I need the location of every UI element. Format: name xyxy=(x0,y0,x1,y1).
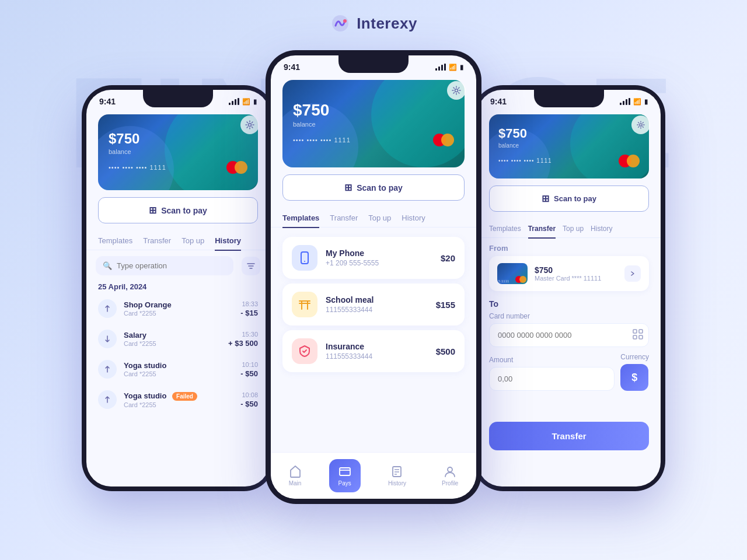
transaction-right: 18:33 - $15 xyxy=(240,300,258,317)
card-scan-button[interactable] xyxy=(633,329,643,342)
transaction-right: 10:08 - $50 xyxy=(240,391,258,408)
from-card-badge: 5.1111 xyxy=(498,279,509,283)
transaction-amount: - $15 xyxy=(240,309,258,317)
transaction-info: Salary Card *2255 xyxy=(124,331,221,347)
transaction-name: Shop Orange xyxy=(124,300,233,309)
filter-icon xyxy=(246,261,256,271)
transaction-icon-in xyxy=(98,330,117,348)
filter-button[interactable] xyxy=(242,257,260,275)
left-scan-label: Scan to pay xyxy=(161,206,207,215)
search-input[interactable] xyxy=(117,261,226,270)
right-notch xyxy=(534,90,604,107)
nav-item-main[interactable]: Main xyxy=(281,460,310,491)
right-status-icons: 📶 ▮ xyxy=(620,98,648,106)
signal-bar-2 xyxy=(232,101,233,105)
center-tab-history[interactable]: History xyxy=(402,209,425,228)
transaction-info: Yoga studio Failed Card *2255 xyxy=(124,391,233,408)
transaction-right: 15:30 + $3 500 xyxy=(228,331,258,348)
card-number-input[interactable] xyxy=(489,323,649,347)
center-scan-to-pay-button[interactable]: ⊞ Scan to pay xyxy=(282,174,465,201)
list-item[interactable]: School meal 111555333444 $155 xyxy=(282,284,465,326)
left-tab-history[interactable]: History xyxy=(215,232,241,251)
template-info: My Phone +1 209 555-5555 xyxy=(326,249,432,267)
right-tab-history[interactable]: History xyxy=(591,220,612,239)
transfer-form: From 5.1111 $750 Master Card **** 11111 xyxy=(477,244,661,454)
template-number: 111555333444 xyxy=(326,352,428,360)
svg-point-16 xyxy=(640,124,642,126)
center-qr-icon: ⊞ xyxy=(344,182,352,193)
mc-orange-circle xyxy=(235,161,247,174)
left-tab-topup[interactable]: Top up xyxy=(181,232,204,251)
phone-center: 9:41 📶 ▮ $750 balance xyxy=(266,50,481,504)
center-tab-topup[interactable]: Top up xyxy=(368,209,391,228)
table-row: Shop Orange Card *2255 18:33 - $15 xyxy=(86,293,270,324)
transaction-card: Card *2255 xyxy=(124,340,221,347)
transfer-button[interactable]: Transfer xyxy=(489,422,649,450)
amount-row: Amount Currency $ xyxy=(489,353,649,391)
center-tab-templates[interactable]: Templates xyxy=(282,209,319,228)
nav-item-history[interactable]: History xyxy=(380,460,414,491)
right-status-time: 9:41 xyxy=(490,97,507,106)
right-tab-transfer[interactable]: Transfer xyxy=(528,220,556,239)
svg-rect-19 xyxy=(633,335,637,339)
from-card-amount: $750 xyxy=(535,265,617,275)
svg-point-1 xyxy=(343,19,347,23)
right-tab-topup[interactable]: Top up xyxy=(563,220,584,239)
card-scan-icon xyxy=(633,329,643,340)
center-tab-transfer[interactable]: Transfer xyxy=(330,209,358,228)
signal-bar-3 xyxy=(441,65,443,71)
signal-bar-1 xyxy=(435,68,437,71)
app-title: Interexy xyxy=(357,15,417,33)
left-scan-to-pay-button[interactable]: ⊞ Scan to pay xyxy=(98,197,258,223)
from-card-mc xyxy=(515,276,526,283)
right-card-container: $750 balance •••• •••• •••• 1111 xyxy=(477,108,661,178)
svg-rect-18 xyxy=(639,330,643,333)
search-icon: 🔍 xyxy=(103,261,112,270)
list-item[interactable]: My Phone +1 209 555-5555 $20 xyxy=(282,237,465,279)
chevron-right-icon xyxy=(630,271,636,276)
right-tab-templates[interactable]: Templates xyxy=(489,220,521,239)
search-bar: 🔍 xyxy=(96,256,233,275)
center-card-balance: $750 xyxy=(293,101,454,120)
left-status-icons: 📶 ▮ xyxy=(229,98,257,106)
template-insurance-icon xyxy=(292,338,317,364)
signal-bar-1 xyxy=(620,103,622,105)
currency-button[interactable]: $ xyxy=(620,364,648,391)
right-card-balance-label: balance xyxy=(498,142,640,149)
center-scan-label: Scan to pay xyxy=(357,183,403,192)
right-mastercard-logo xyxy=(619,155,640,167)
svg-point-8 xyxy=(304,261,305,262)
table-row: Salary Card *2255 15:30 + $3 500 xyxy=(86,324,270,354)
amount-input[interactable] xyxy=(489,367,615,391)
list-item[interactable]: Insurance 111555333444 $500 xyxy=(282,330,465,372)
center-settings-button[interactable] xyxy=(447,81,466,100)
left-tab-transfer[interactable]: Transfer xyxy=(143,232,171,251)
left-card-bottom: •••• •••• •••• 1111 xyxy=(109,161,247,174)
nav-item-pays[interactable]: Pays xyxy=(329,459,361,492)
chevron-right-button[interactable] xyxy=(624,265,641,282)
from-mc-orange xyxy=(519,276,526,283)
card-icon xyxy=(338,465,351,478)
transaction-amount: - $50 xyxy=(240,400,258,408)
template-number: +1 209 555-5555 xyxy=(326,259,432,267)
bottom-nav: Main Pays History Profile xyxy=(271,452,476,499)
center-gear-icon xyxy=(452,86,461,95)
gear-icon xyxy=(245,120,254,130)
left-notch xyxy=(143,90,213,107)
left-tab-templates[interactable]: Templates xyxy=(98,232,132,251)
transaction-date: 25 April, 2024 xyxy=(86,278,270,293)
right-wifi-icon: 📶 xyxy=(633,98,641,106)
transaction-right: 10:10 - $50 xyxy=(240,361,258,378)
currency-label: Currency xyxy=(620,353,649,361)
right-scan-to-pay-button[interactable]: ⊞ Scan to pay xyxy=(489,186,649,212)
nav-item-profile[interactable]: Profile xyxy=(434,460,466,491)
app-header: Interexy xyxy=(330,0,417,44)
right-tabs: Templates Transfer Top up History xyxy=(477,219,661,238)
template-name: My Phone xyxy=(326,249,432,258)
center-card-balance-label: balance xyxy=(293,121,454,128)
profile-icon xyxy=(444,465,456,478)
right-card-number: •••• •••• •••• 1111 xyxy=(498,158,552,164)
svg-rect-20 xyxy=(639,335,643,339)
center-status-icons: 📶 ▮ xyxy=(435,64,463,71)
from-card[interactable]: 5.1111 $750 Master Card **** 11111 xyxy=(489,256,649,291)
